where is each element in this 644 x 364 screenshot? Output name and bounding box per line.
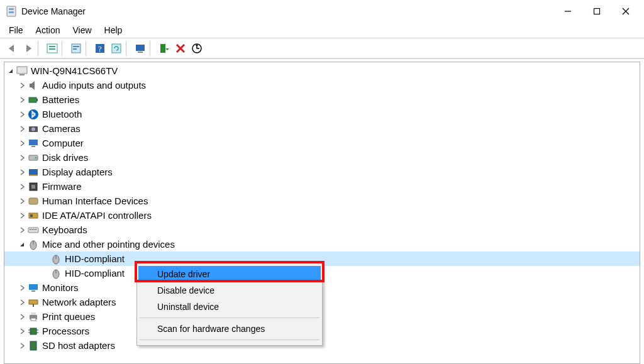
svg-rect-41 (30, 229, 31, 230)
tree-node-computer[interactable]: Computer (4, 136, 640, 150)
svg-rect-56 (31, 312, 36, 315)
nav-forward-button[interactable] (20, 40, 36, 57)
tree-node-label: Network adapters (42, 297, 116, 307)
enable-device-button[interactable] (156, 40, 172, 57)
svg-rect-1 (9, 8, 14, 10)
tree-node-label: Batteries (42, 94, 79, 105)
help-toolbar-button[interactable]: ? (92, 40, 108, 57)
maximize-button[interactable] (582, 1, 611, 21)
content-area: WIN-Q9N41CS66TVAudio inputs and outputsB… (4, 62, 640, 364)
mouse-icon (50, 267, 62, 280)
tree-node-keyboard[interactable]: Keyboards (4, 223, 640, 237)
svg-point-28 (31, 127, 35, 131)
expand-icon[interactable] (17, 341, 27, 351)
svg-rect-42 (31, 229, 33, 230)
expand-icon[interactable] (17, 109, 27, 119)
svg-point-32 (35, 157, 37, 158)
expand-icon[interactable] (17, 182, 27, 192)
svg-rect-51 (29, 284, 38, 290)
properties-button[interactable] (68, 40, 84, 57)
context-scan-hardware[interactable]: Scan for hardware changes (138, 321, 321, 337)
tree-node-disk[interactable]: Disk drives (4, 150, 640, 165)
tree-node-label: Keyboards (42, 224, 87, 235)
svg-rect-52 (31, 290, 35, 292)
context-separator (140, 317, 319, 318)
tree-node-bluetooth[interactable]: Bluetooth (4, 107, 640, 121)
tree-node-mouse[interactable]: Mice and other pointing devices (4, 237, 640, 251)
tree-node-label: Print queues (42, 311, 95, 322)
collapse-icon[interactable] (17, 240, 27, 250)
tree-node-ide[interactable]: IDE ATA/ATAPI controllers (4, 208, 640, 223)
nav-back-button[interactable] (4, 40, 20, 57)
menu-view[interactable]: View (66, 24, 97, 36)
expand-icon[interactable] (17, 138, 27, 148)
bluetooth-icon (27, 108, 40, 121)
svg-rect-29 (29, 140, 38, 145)
menu-action[interactable]: Action (30, 24, 67, 36)
svg-rect-37 (29, 198, 38, 204)
expand-icon[interactable] (17, 312, 27, 322)
expand-icon[interactable] (17, 167, 27, 177)
collapse-icon[interactable] (6, 66, 16, 76)
mouse-icon (27, 238, 40, 251)
minimize-button[interactable] (553, 1, 582, 21)
tree-node-label: Processors (42, 326, 89, 336)
svg-rect-53 (29, 300, 38, 304)
svg-rect-33 (29, 169, 38, 175)
context-menu: Update driver Disable device Uninstall d… (136, 263, 323, 346)
svg-rect-8 (49, 46, 55, 47)
svg-rect-43 (33, 229, 35, 230)
show-hidden-button[interactable] (44, 40, 60, 57)
tree-node-label: Monitors (42, 282, 79, 293)
expand-icon[interactable] (17, 326, 27, 336)
tree-node-camera[interactable]: Cameras (4, 121, 640, 136)
expand-icon[interactable] (17, 95, 27, 105)
svg-rect-58 (30, 328, 36, 334)
tree-node-battery[interactable]: Batteries (4, 92, 640, 107)
svg-point-26 (28, 109, 38, 119)
tree-node-label: Firmware (42, 181, 82, 192)
expand-icon[interactable] (17, 153, 27, 163)
menu-file[interactable]: File (3, 24, 30, 36)
scan-hardware-button[interactable] (189, 40, 205, 57)
svg-rect-24 (29, 97, 36, 102)
title-bar: Device Manager (0, 0, 644, 23)
svg-rect-16 (136, 45, 145, 51)
context-disable-device[interactable]: Disable device (138, 282, 321, 299)
context-update-driver[interactable]: Update driver (138, 266, 321, 282)
tree-node-display-adapter[interactable]: Display adapters (4, 165, 640, 179)
ide-icon (27, 209, 40, 222)
expand-icon[interactable] (17, 124, 27, 134)
tree-root[interactable]: WIN-Q9N41CS66TV (4, 63, 640, 78)
uninstall-device-button[interactable] (172, 40, 189, 57)
refresh-button[interactable] (108, 40, 125, 57)
tree-node-label: Mice and other pointing devices (42, 239, 175, 250)
expand-icon[interactable] (17, 225, 27, 235)
svg-rect-12 (73, 48, 77, 50)
context-separator (140, 339, 319, 340)
svg-rect-22 (17, 67, 27, 74)
tree-node-label: Audio inputs and outputs (42, 80, 146, 91)
tree-node-speaker[interactable]: Audio inputs and outputs (4, 78, 640, 92)
expand-icon[interactable] (17, 283, 27, 293)
tree-node-hid[interactable]: Human Interface Devices (4, 194, 640, 208)
tree-node-firmware[interactable]: Firmware (4, 179, 640, 194)
menu-help[interactable]: Help (98, 24, 129, 36)
battery-icon (27, 94, 40, 106)
svg-rect-44 (35, 229, 36, 230)
tree-node-label: Disk drives (42, 152, 88, 163)
expand-icon[interactable] (17, 297, 27, 307)
svg-rect-15 (112, 44, 121, 53)
tree-node-label: Human Interface Devices (42, 196, 148, 206)
expand-icon[interactable] (17, 211, 27, 221)
mouse-icon (50, 253, 62, 265)
keyboard-icon (27, 224, 40, 236)
update-driver-toolbar-button[interactable] (132, 40, 148, 57)
expand-icon[interactable] (17, 196, 27, 206)
tree-node-label: Bluetooth (42, 109, 82, 119)
svg-rect-23 (19, 74, 25, 75)
expand-icon[interactable] (17, 80, 27, 91)
svg-rect-63 (30, 341, 36, 350)
context-uninstall-device[interactable]: Uninstall device (138, 299, 321, 315)
close-button[interactable] (611, 1, 640, 21)
